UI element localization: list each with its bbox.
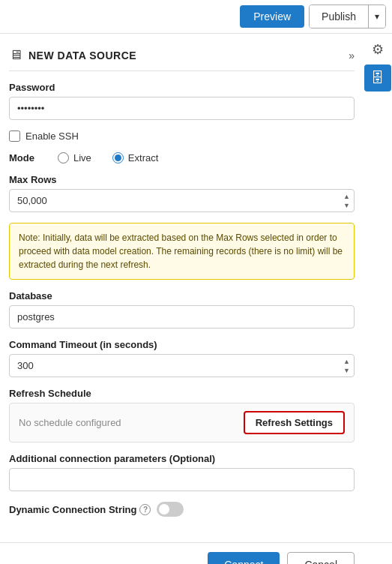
live-option[interactable]: Live: [58, 152, 91, 164]
extract-radio[interactable]: [112, 152, 124, 164]
command-timeout-spinner-wrap: ▲ ▼: [9, 354, 355, 377]
publish-button[interactable]: Publish: [310, 5, 369, 28]
max-rows-down-button[interactable]: ▼: [342, 201, 352, 209]
max-rows-up-button[interactable]: ▲: [342, 192, 352, 200]
dynamic-connection-row: Dynamic Connection String ?: [9, 502, 355, 517]
main-content: 🖥 NEW DATA SOURCE » Password Enable SSH …: [0, 34, 392, 542]
password-group: Password: [9, 82, 355, 120]
preview-button[interactable]: Preview: [240, 5, 304, 28]
dynamic-connection-toggle[interactable]: [157, 502, 184, 517]
mode-radio-group: Live Extract: [58, 152, 158, 164]
max-rows-spinner: ▲ ▼: [342, 192, 352, 209]
no-schedule-text: No schedule configured: [19, 417, 236, 428]
max-rows-spinner-wrap: ▲ ▼: [9, 189, 355, 212]
command-timeout-label: Command Timeout (in seconds): [9, 339, 355, 350]
datasource-icon: 🖥: [9, 47, 22, 63]
live-radio[interactable]: [58, 152, 69, 164]
database-input[interactable]: [9, 305, 355, 328]
toolbar: Preview Publish ▾: [0, 0, 392, 34]
mode-row: Mode Live Extract: [9, 152, 355, 164]
command-timeout-spinner: ▲ ▼: [342, 357, 352, 374]
ssh-checkbox[interactable]: [9, 130, 20, 142]
panel-header: 🖥 NEW DATA SOURCE »: [9, 41, 355, 71]
panel-chevron-icon[interactable]: »: [349, 50, 355, 62]
command-timeout-down-button[interactable]: ▼: [342, 366, 352, 374]
note-text: Note: Initially, data will be extracted …: [19, 232, 343, 270]
command-timeout-up-button[interactable]: ▲: [342, 357, 352, 365]
password-label: Password: [9, 82, 355, 93]
gear-icon[interactable]: ⚙: [364, 36, 391, 63]
extract-label: Extract: [128, 152, 158, 164]
refresh-schedule-box: No schedule configured Refresh Settings: [9, 403, 355, 442]
max-rows-label: Max Rows: [9, 174, 355, 185]
live-label: Live: [73, 152, 91, 164]
database-icon[interactable]: 🗄: [364, 64, 391, 92]
command-timeout-input[interactable]: [9, 354, 355, 377]
database-label: Database: [9, 290, 355, 302]
refresh-schedule-group: Refresh Schedule No schedule configured …: [9, 388, 355, 442]
ssh-label: Enable SSH: [25, 130, 79, 142]
mode-label: Mode: [9, 152, 50, 164]
refresh-settings-button[interactable]: Refresh Settings: [244, 411, 345, 434]
max-rows-input[interactable]: [9, 189, 355, 212]
additional-params-label: Additional connection parameters (Option…: [9, 453, 355, 464]
password-input[interactable]: [9, 97, 355, 120]
connect-button[interactable]: Connect: [208, 552, 280, 564]
bottom-actions: Connect Cancel: [0, 542, 392, 564]
database-group: Database: [9, 290, 355, 328]
max-rows-group: Max Rows ▲ ▼: [9, 174, 355, 212]
ssh-checkbox-row: Enable SSH: [9, 130, 355, 142]
panel-title: NEW DATA SOURCE: [28, 50, 136, 62]
toggle-slider: [157, 502, 184, 517]
right-sidebar: ⚙ 🗄: [364, 0, 392, 92]
dynamic-connection-label: Dynamic Connection String ?: [9, 504, 151, 515]
note-box: Note: Initially, data will be extracted …: [9, 223, 355, 280]
additional-params-group: Additional connection parameters (Option…: [9, 453, 355, 491]
help-icon[interactable]: ?: [139, 504, 151, 515]
command-timeout-group: Command Timeout (in seconds) ▲ ▼: [9, 339, 355, 377]
refresh-schedule-label: Refresh Schedule: [9, 388, 355, 399]
additional-params-input[interactable]: [9, 468, 355, 491]
cancel-button[interactable]: Cancel: [287, 552, 355, 564]
extract-option[interactable]: Extract: [112, 152, 158, 164]
